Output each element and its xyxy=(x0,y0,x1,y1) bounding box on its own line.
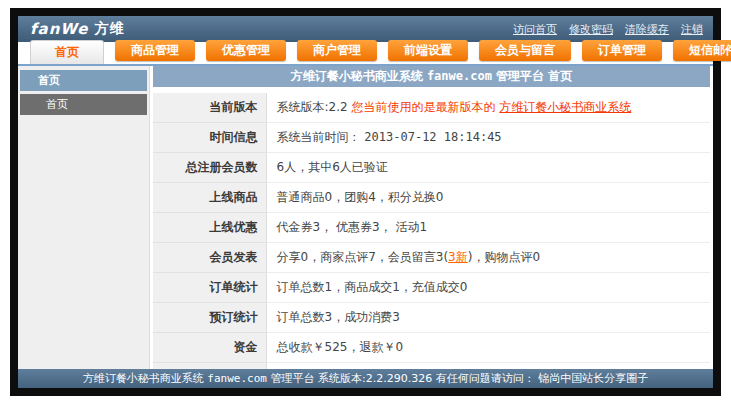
logo-cn: 方维 xyxy=(95,20,125,38)
table-row: 预订统计 订单总数3，成功消费3 xyxy=(153,303,710,333)
tab-promo-management[interactable]: 优惠管理 xyxy=(206,40,286,61)
page-frame: fanWe 方维 访问首页 修改密码 清除缓存 注销 首页 商品管理 优惠管理 … xyxy=(10,8,721,396)
tab-merchant-management[interactable]: 商户管理 xyxy=(297,40,377,61)
change-password-link[interactable]: 修改密码 xyxy=(569,22,613,37)
table-row: 时间信息 系统当前时间： 2013-07-12 18:14:45 xyxy=(153,123,710,153)
content-title-suffix: 管理平台 首页 xyxy=(496,69,572,83)
tab-order-management[interactable]: 订单管理 xyxy=(582,40,662,61)
top-links: 访问首页 修改密码 清除缓存 注销 xyxy=(513,22,703,37)
dashboard-stats-table: 当前版本 系统版本:2.2 您当前使用的是最新版本的 方维订餐小秘书商业系统 时… xyxy=(153,93,710,369)
content-title: 方维订餐小秘书商业系统 fanwe.com 管理平台 首页 xyxy=(153,66,710,87)
row-label: 上线优惠 xyxy=(153,213,266,243)
main-area: 首页 首页 方维订餐小秘书商业系统 fanwe.com 管理平台 首页 当前版本… xyxy=(18,66,713,369)
row-label: 预订统计 xyxy=(153,303,266,333)
row-label: 时间信息 xyxy=(153,123,266,153)
time-text: 系统当前时间： xyxy=(277,130,361,144)
row-label: 总注册会员数 xyxy=(153,153,266,183)
top-header-bar: fanWe 方维 访问首页 修改密码 清除缓存 注销 xyxy=(18,16,713,42)
logo-en: fanWe xyxy=(30,20,89,38)
row-label: 订单统计 xyxy=(153,273,266,303)
table-row: 总注册会员数 6人，其中6人已验证 xyxy=(153,153,710,183)
table-row: 当前版本 系统版本:2.2 您当前使用的是最新版本的 方维订餐小秘书商业系统 xyxy=(153,93,710,123)
footer-community-link[interactable]: 锦尚中国站长分享圈子 xyxy=(538,372,648,385)
sidebar: 首页 首页 xyxy=(18,66,150,369)
new-messages-link[interactable]: 3新 xyxy=(448,250,468,264)
row-value: 代金券3， 优惠券3， 活动1 xyxy=(266,213,710,243)
content-title-domain: fanwe.com xyxy=(427,69,492,83)
table-row: 上线商品 普通商品0，团购4，积分兑换0 xyxy=(153,183,710,213)
row-label: 会员发表 xyxy=(153,243,266,273)
tab-frontend-settings[interactable]: 前端设置 xyxy=(388,40,468,61)
posts-text: 分享0，商家点评7，会员留言3( xyxy=(277,250,449,264)
sidebar-section-home[interactable]: 首页 xyxy=(20,70,147,91)
tab-home[interactable]: 首页 xyxy=(30,40,104,64)
tab-goods-management[interactable]: 商品管理 xyxy=(115,40,195,61)
version-text: 系统版本:2.2 xyxy=(277,100,352,114)
row-label: 上线商品 xyxy=(153,183,266,213)
table-row: 会员发表 分享0，商家点评7，会员留言3(3新)，购物点评0 xyxy=(153,243,710,273)
footer-product-name: 方维订餐小秘书商业系统 xyxy=(83,372,204,385)
row-value: 系统版本:2.2 您当前使用的是最新版本的 方维订餐小秘书商业系统 xyxy=(266,93,710,123)
logout-link[interactable]: 注销 xyxy=(681,22,703,37)
visit-home-link[interactable]: 访问首页 xyxy=(513,22,557,37)
version-product-link[interactable]: 方维订餐小秘书商业系统 xyxy=(499,100,631,114)
footer-version-text: 管理平台 系统版本:2.2.290.326 有任何问题请访问： xyxy=(270,372,534,385)
content-title-prefix: 方维订餐小秘书商业系统 xyxy=(291,69,423,83)
sidebar-item-home[interactable]: 首页 xyxy=(20,94,147,115)
tab-sms-email[interactable]: 短信邮件 xyxy=(673,40,731,61)
content-panel: 方维订餐小秘书商业系统 fanwe.com 管理平台 首页 当前版本 系统版本:… xyxy=(150,66,713,369)
row-value: 6人，其中6人已验证 xyxy=(266,153,710,183)
row-value: 订单总数3，成功消费3 xyxy=(266,303,710,333)
row-value: 普通商品0，团购4，积分兑换0 xyxy=(266,183,710,213)
row-value: 分享0，商家点评7，会员留言3(3新)，购物点评0 xyxy=(266,243,710,273)
tab-members-messages[interactable]: 会员与留言 xyxy=(479,40,571,61)
row-value: 系统当前时间： 2013-07-12 18:14:45 xyxy=(266,123,710,153)
posts-text-end: )，购物点评0 xyxy=(468,250,540,264)
table-row: 上线优惠 代金券3， 优惠券3， 活动1 xyxy=(153,213,710,243)
version-warning: 您当前使用的是最新版本的 xyxy=(351,100,495,114)
row-value: 总收款￥525，退款￥0 xyxy=(266,333,710,363)
footer-domain: fanwe.com xyxy=(207,372,267,385)
clear-cache-link[interactable]: 清除缓存 xyxy=(625,22,669,37)
current-time: 2013-07-12 18:14:45 xyxy=(364,130,501,144)
footer-bar: 方维订餐小秘书商业系统 fanwe.com 管理平台 系统版本:2.2.290.… xyxy=(18,369,713,388)
main-nav: 首页 商品管理 优惠管理 商户管理 前端设置 会员与留言 订单管理 短信邮件 系… xyxy=(18,42,713,66)
row-value: 订单总数1，商品成交1，充值成交0 xyxy=(266,273,710,303)
fanwe-logo: fanWe 方维 xyxy=(30,20,125,38)
row-label: 当前版本 xyxy=(153,93,266,123)
table-row: 订单统计 订单总数1，商品成交1，充值成交0 xyxy=(153,273,710,303)
row-label: 资金 xyxy=(153,333,266,363)
table-row: 资金 总收款￥525，退款￥0 xyxy=(153,333,710,363)
